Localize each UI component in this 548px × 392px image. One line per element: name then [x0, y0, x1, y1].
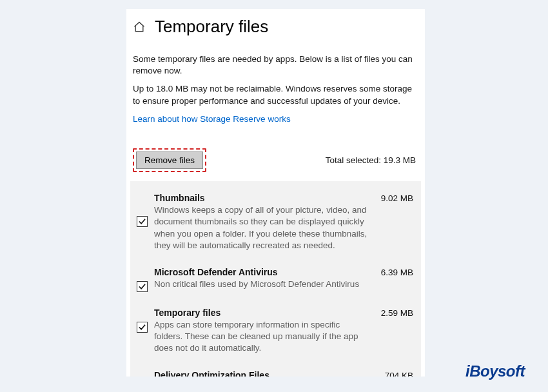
- item-size: 2.59 MB: [381, 308, 413, 318]
- settings-panel: Temporary files Some temporary files are…: [126, 9, 425, 377]
- item-size: 704 KB: [385, 371, 413, 377]
- list-item: Thumbnails 9.02 MB Windows keeps a copy …: [130, 188, 421, 262]
- item-title: Thumbnails: [154, 193, 205, 203]
- checkbox-tempfiles[interactable]: [137, 322, 148, 333]
- home-icon[interactable]: [133, 21, 146, 34]
- action-row: Remove files Total selected: 19.3 MB: [126, 132, 425, 179]
- intro-text: Some temporary files are needed by apps.…: [126, 42, 425, 125]
- item-title: Delivery Optimization Files: [154, 370, 269, 377]
- list-item: Temporary files 2.59 MB Apps can store t…: [130, 302, 421, 365]
- brand-text: iBoysoft: [465, 362, 525, 380]
- item-title: Microsoft Defender Antivirus: [154, 267, 278, 277]
- page-title: Temporary files: [155, 17, 268, 37]
- list-item: Microsoft Defender Antivirus 6.39 MB Non…: [130, 262, 421, 302]
- intro-line-2: Up to 18.0 MB may not be reclaimable. Wi…: [133, 83, 417, 106]
- checkbox-thumbnails[interactable]: [137, 216, 148, 227]
- item-description: Windows keeps a copy of all of your pict…: [154, 204, 413, 251]
- list-item: Delivery Optimization Files 704 KB Deliv…: [130, 365, 421, 377]
- item-description: Apps can store temporary information in …: [154, 319, 413, 355]
- item-description: Non critical files used by Microsoft Def…: [154, 279, 413, 290]
- checkbox-defender[interactable]: [137, 281, 148, 292]
- file-category-list: Thumbnails 9.02 MB Windows keeps a copy …: [130, 181, 421, 377]
- item-title: Temporary files: [154, 308, 220, 318]
- header: Temporary files: [126, 9, 425, 42]
- brand-logo: iBoysoft: [465, 362, 525, 380]
- intro-line-1: Some temporary files are needed by apps.…: [133, 54, 417, 77]
- item-size: 6.39 MB: [381, 268, 413, 277]
- storage-reserve-link[interactable]: Learn about how Storage Reserve works: [133, 114, 291, 124]
- remove-files-highlight: Remove files: [133, 148, 206, 172]
- remove-files-button[interactable]: Remove files: [136, 152, 203, 169]
- total-selected-label: Total selected: 19.3 MB: [326, 155, 416, 165]
- item-size: 9.02 MB: [381, 193, 413, 203]
